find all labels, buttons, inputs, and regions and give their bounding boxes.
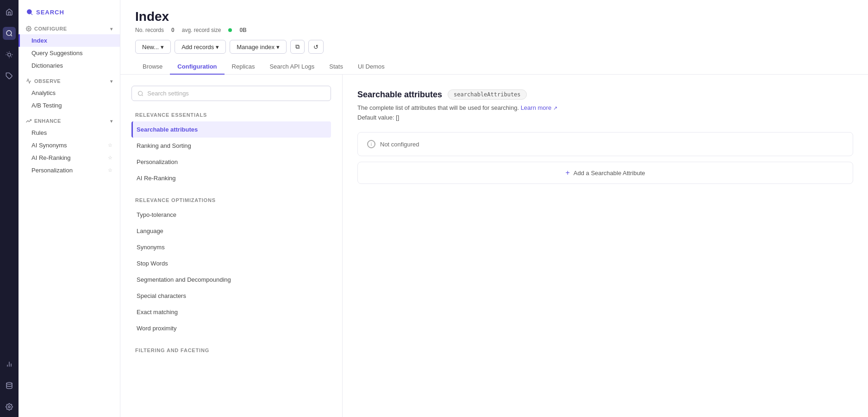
new-button[interactable]: New... ▾ bbox=[135, 40, 171, 54]
gear-icon[interactable] bbox=[3, 400, 16, 413]
observe-section-header[interactable]: OBSERVE ▾ bbox=[19, 76, 120, 87]
sidebar-item-query-suggestions[interactable]: Query Suggestions bbox=[19, 47, 120, 59]
body-area: RELEVANCE ESSENTIALS Searchable attribut… bbox=[120, 75, 868, 417]
svg-point-18 bbox=[138, 91, 143, 95]
enhance-label: ENHANCE bbox=[34, 118, 61, 124]
bulb-icon[interactable] bbox=[3, 48, 16, 61]
not-configured-box: i Not configured bbox=[357, 132, 853, 156]
main-content: Index No. records 0 avg. record size 0B … bbox=[120, 0, 868, 417]
record-size-green-dot bbox=[228, 27, 232, 33]
settings-item-stop-words[interactable]: Stop Words bbox=[131, 255, 331, 272]
tabs: Browse Configuration Replicas Search API… bbox=[135, 59, 853, 74]
refresh-button[interactable]: ↺ bbox=[308, 40, 324, 54]
svg-line-16 bbox=[31, 13, 32, 15]
svg-line-1 bbox=[11, 35, 12, 36]
sidebar-item-personalization[interactable]: Personalization ☆ bbox=[19, 164, 120, 177]
database-icon[interactable] bbox=[3, 379, 16, 392]
settings-search-box[interactable] bbox=[131, 86, 331, 101]
settings-item-personalization[interactable]: Personalization bbox=[131, 154, 331, 170]
app-name: SEARCH bbox=[36, 9, 64, 16]
app-logo: SEARCH bbox=[19, 4, 120, 23]
svg-point-0 bbox=[6, 31, 12, 36]
settings-item-exact-matching[interactable]: Exact matching bbox=[131, 304, 331, 320]
enhance-section-header[interactable]: ENHANCE ▾ bbox=[19, 115, 120, 126]
tab-ui-demos[interactable]: UI Demos bbox=[350, 59, 392, 75]
configure-label: CONFIGURE bbox=[34, 26, 67, 32]
sidebar-item-dictionaries[interactable]: Dictionaries bbox=[19, 59, 120, 72]
filtering-faceting-label: FILTERING AND FACETING bbox=[131, 348, 331, 353]
detail-header: Searchable attributes searchableAttribut… bbox=[357, 89, 853, 100]
sidebar-item-index[interactable]: Index bbox=[19, 34, 120, 47]
settings-item-searchable-attributes[interactable]: Searchable attributes bbox=[131, 121, 331, 138]
copy-button[interactable]: ⧉ bbox=[290, 40, 305, 54]
settings-panel: RELEVANCE ESSENTIALS Searchable attribut… bbox=[120, 75, 343, 417]
personalization-star-icon: ☆ bbox=[108, 167, 112, 173]
main-header: Index No. records 0 avg. record size 0B … bbox=[120, 0, 868, 75]
svg-point-17 bbox=[28, 28, 30, 30]
search-nav-icon[interactable] bbox=[3, 27, 16, 40]
ai-re-ranking-star-icon: ☆ bbox=[108, 155, 112, 161]
svg-point-15 bbox=[27, 9, 32, 14]
sidebar-item-ai-re-ranking[interactable]: AI Re-Ranking ☆ bbox=[19, 152, 120, 164]
filtering-faceting-group: FILTERING AND FACETING bbox=[131, 348, 331, 353]
manage-index-button[interactable]: Manage index ▾ bbox=[230, 40, 287, 54]
home-icon[interactable] bbox=[3, 6, 16, 19]
settings-item-synonyms[interactable]: Synonyms bbox=[131, 239, 331, 255]
svg-point-2 bbox=[8, 53, 11, 57]
observe-section: OBSERVE ▾ Analytics A/B Testing bbox=[19, 76, 120, 112]
settings-item-ranking-and-sorting[interactable]: Ranking and Sorting bbox=[131, 138, 331, 154]
icon-bar bbox=[0, 0, 19, 417]
tab-replicas[interactable]: Replicas bbox=[225, 59, 262, 75]
chart-icon[interactable] bbox=[3, 358, 16, 371]
configure-section-header[interactable]: CONFIGURE ▾ bbox=[19, 23, 120, 34]
detail-panel: Searchable attributes searchableAttribut… bbox=[343, 75, 868, 417]
relevance-optimizations-label: RELEVANCE OPTIMIZATIONS bbox=[131, 197, 331, 203]
tab-search-api-logs[interactable]: Search API Logs bbox=[262, 59, 322, 75]
settings-search-input[interactable] bbox=[147, 90, 325, 97]
new-chevron-icon: ▾ bbox=[161, 44, 164, 51]
not-configured-label: Not configured bbox=[380, 141, 419, 148]
relevance-essentials-label: RELEVANCE ESSENTIALS bbox=[131, 112, 331, 118]
svg-line-6 bbox=[11, 57, 12, 57]
settings-item-ai-re-ranking[interactable]: AI Re-Ranking bbox=[131, 170, 331, 186]
add-attribute-box[interactable]: + Add a Searchable Attribute bbox=[357, 162, 853, 184]
add-records-chevron-icon: ▾ bbox=[216, 44, 219, 51]
manage-index-chevron-icon: ▾ bbox=[276, 44, 280, 51]
sidebar-item-analytics[interactable]: Analytics bbox=[19, 87, 120, 99]
settings-search-icon bbox=[137, 90, 144, 97]
main-actions: New... ▾ Add records ▾ Manage index ▾ ⧉ … bbox=[135, 40, 853, 54]
relevance-essentials-group: RELEVANCE ESSENTIALS Searchable attribut… bbox=[131, 112, 331, 186]
detail-title: Searchable attributes bbox=[357, 90, 442, 100]
svg-line-19 bbox=[142, 95, 143, 95]
plus-icon: + bbox=[565, 169, 569, 177]
code-badge: searchableAttributes bbox=[448, 89, 527, 100]
tab-stats[interactable]: Stats bbox=[322, 59, 350, 75]
external-link-icon: ↗ bbox=[553, 105, 557, 111]
puzzle-icon[interactable] bbox=[3, 70, 16, 82]
main-meta: No. records 0 avg. record size 0B bbox=[135, 27, 853, 33]
settings-item-word-proximity[interactable]: Word proximity bbox=[131, 320, 331, 336]
add-records-button[interactable]: Add records ▾ bbox=[175, 40, 226, 54]
settings-item-language[interactable]: Language bbox=[131, 223, 331, 239]
detail-default-value: Default value: [] bbox=[357, 114, 853, 121]
tab-configuration[interactable]: Configuration bbox=[170, 59, 224, 75]
svg-point-14 bbox=[8, 406, 10, 408]
ai-synonyms-star-icon: ☆ bbox=[108, 142, 112, 148]
svg-line-5 bbox=[7, 52, 7, 53]
observe-label: OBSERVE bbox=[34, 78, 61, 84]
refresh-icon: ↺ bbox=[313, 44, 318, 51]
info-icon: i bbox=[367, 140, 375, 148]
no-records-label: No. records bbox=[135, 27, 164, 33]
settings-item-typo-tolerance[interactable]: Typo-tolerance bbox=[131, 207, 331, 223]
sidebar-item-ai-synonyms[interactable]: AI Synonyms ☆ bbox=[19, 139, 120, 152]
sidebar-item-rules[interactable]: Rules bbox=[19, 126, 120, 139]
settings-item-segmentation[interactable]: Segmentation and Decompounding bbox=[131, 272, 331, 288]
copy-icon: ⧉ bbox=[295, 43, 300, 51]
configure-section: CONFIGURE ▾ Index Query Suggestions Dict… bbox=[19, 23, 120, 72]
avg-record-size-value: 0B bbox=[239, 27, 246, 33]
learn-more-link[interactable]: Learn more ↗ bbox=[521, 104, 557, 111]
tab-browse[interactable]: Browse bbox=[135, 59, 170, 75]
settings-item-special-characters[interactable]: Special characters bbox=[131, 288, 331, 304]
relevance-optimizations-group: RELEVANCE OPTIMIZATIONS Typo-tolerance L… bbox=[131, 197, 331, 336]
sidebar-item-ab-testing[interactable]: A/B Testing bbox=[19, 99, 120, 112]
